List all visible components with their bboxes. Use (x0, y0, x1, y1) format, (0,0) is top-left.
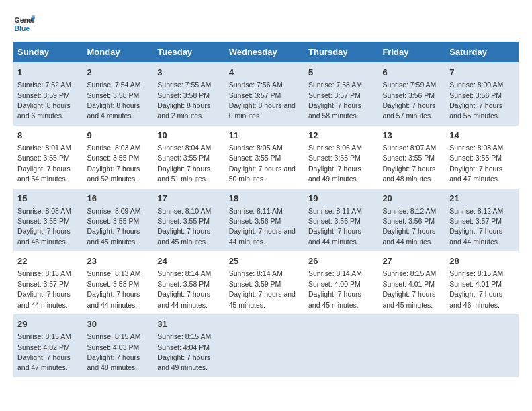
sunset-info: Sunset: 3:56 PM (229, 217, 281, 225)
sunset-info: Sunset: 3:57 PM (308, 91, 361, 99)
calendar-cell: 27 Sunrise: 8:15 AM Sunset: 4:01 PM Dayl… (378, 251, 445, 314)
sunset-info: Sunset: 3:55 PM (87, 217, 140, 225)
day-number: 11 (229, 130, 300, 142)
calendar-cell: 12 Sunrise: 8:06 AM Sunset: 3:55 PM Dayl… (304, 126, 378, 189)
calendar-cell: 13 Sunrise: 8:07 AM Sunset: 3:55 PM Dayl… (378, 126, 445, 189)
sunrise-info: Sunrise: 8:00 AM (449, 81, 503, 89)
sunrise-info: Sunrise: 8:04 AM (157, 144, 211, 152)
calendar-cell: 20 Sunrise: 8:12 AM Sunset: 3:56 PM Dayl… (378, 189, 445, 252)
sunrise-info: Sunrise: 8:15 AM (157, 332, 211, 340)
daylight-info: Daylight: 7 hours and 49 minutes. (157, 353, 210, 371)
sunrise-info: Sunrise: 8:15 AM (382, 269, 436, 277)
calendar-cell (445, 314, 519, 377)
calendar-cell: 15 Sunrise: 8:08 AM Sunset: 3:55 PM Dayl… (13, 189, 83, 252)
day-number: 3 (157, 66, 220, 79)
logo-icon: General Blue (13, 13, 35, 35)
day-number: 1 (17, 66, 79, 79)
sunrise-info: Sunrise: 8:14 AM (229, 269, 283, 277)
sunset-info: Sunset: 4:01 PM (382, 280, 435, 288)
page-header: General Blue (13, 13, 519, 35)
day-number: 15 (17, 193, 79, 205)
calendar-cell: 22 Sunrise: 8:13 AM Sunset: 3:57 PM Dayl… (13, 251, 83, 314)
sunset-info: Sunset: 4:02 PM (17, 343, 70, 351)
sunrise-info: Sunrise: 8:15 AM (17, 332, 71, 340)
sunset-info: Sunset: 3:55 PM (17, 154, 70, 162)
daylight-info: Daylight: 7 hours and 51 minutes. (157, 165, 210, 183)
day-number: 31 (157, 318, 220, 330)
calendar-cell: 25 Sunrise: 8:14 AM Sunset: 3:59 PM Dayl… (225, 251, 304, 314)
calendar-cell: 5 Sunrise: 7:58 AM Sunset: 3:57 PM Dayli… (304, 62, 378, 126)
day-number: 25 (229, 255, 300, 267)
sunset-info: Sunset: 3:55 PM (382, 154, 435, 162)
sunset-info: Sunset: 4:00 PM (308, 280, 361, 288)
day-number: 24 (157, 255, 220, 267)
calendar-week-row: 22 Sunrise: 8:13 AM Sunset: 3:57 PM Dayl… (13, 251, 519, 314)
sunset-info: Sunset: 3:56 PM (449, 91, 502, 99)
sunset-info: Sunset: 4:03 PM (87, 343, 140, 351)
sunset-info: Sunset: 3:58 PM (157, 91, 210, 99)
day-number: 5 (308, 66, 374, 79)
sunrise-info: Sunrise: 8:10 AM (157, 207, 211, 215)
calendar-cell: 8 Sunrise: 8:01 AM Sunset: 3:55 PM Dayli… (13, 126, 83, 189)
calendar-cell: 7 Sunrise: 8:00 AM Sunset: 3:56 PM Dayli… (445, 62, 519, 126)
day-number: 26 (308, 255, 374, 267)
sunrise-info: Sunrise: 8:03 AM (87, 144, 141, 152)
sunset-info: Sunset: 3:55 PM (157, 217, 210, 225)
sunrise-info: Sunrise: 7:52 AM (17, 81, 71, 89)
day-number: 7 (449, 66, 515, 79)
sunrise-info: Sunrise: 7:59 AM (382, 81, 436, 89)
calendar-cell: 6 Sunrise: 7:59 AM Sunset: 3:56 PM Dayli… (378, 62, 445, 126)
day-number: 17 (157, 193, 220, 205)
sunset-info: Sunset: 3:57 PM (229, 91, 281, 99)
day-number: 21 (449, 193, 515, 205)
day-number: 20 (382, 193, 441, 205)
sunset-info: Sunset: 4:04 PM (157, 343, 210, 351)
sunrise-info: Sunrise: 8:06 AM (308, 144, 362, 152)
sunset-info: Sunset: 3:59 PM (17, 91, 70, 99)
daylight-info: Daylight: 7 hours and 44 minutes. (308, 227, 361, 245)
weekday-header-sunday: Sunday (13, 42, 83, 62)
day-number: 16 (87, 193, 150, 205)
day-number: 27 (382, 255, 441, 267)
weekday-header-tuesday: Tuesday (153, 42, 224, 62)
svg-text:Blue: Blue (15, 25, 30, 32)
sunset-info: Sunset: 3:55 PM (229, 154, 281, 162)
daylight-info: Daylight: 7 hours and 52 minutes. (87, 165, 140, 183)
daylight-info: Daylight: 7 hours and 48 minutes. (382, 165, 435, 183)
calendar-cell: 3 Sunrise: 7:55 AM Sunset: 3:58 PM Dayli… (153, 62, 224, 126)
calendar-cell: 17 Sunrise: 8:10 AM Sunset: 3:55 PM Dayl… (153, 189, 224, 252)
day-number: 2 (87, 66, 150, 79)
sunset-info: Sunset: 4:01 PM (449, 280, 502, 288)
daylight-info: Daylight: 7 hours and 55 minutes. (449, 101, 502, 120)
calendar-cell: 9 Sunrise: 8:03 AM Sunset: 3:55 PM Dayli… (83, 126, 154, 189)
sunrise-info: Sunrise: 8:05 AM (229, 144, 283, 152)
calendar-cell: 26 Sunrise: 8:14 AM Sunset: 4:00 PM Dayl… (304, 251, 378, 314)
day-number: 28 (449, 255, 515, 267)
daylight-info: Daylight: 7 hours and 44 minutes. (157, 290, 210, 308)
calendar-table: SundayMondayTuesdayWednesdayThursdayFrid… (13, 42, 519, 377)
sunrise-info: Sunrise: 7:55 AM (157, 81, 211, 89)
logo: General Blue (13, 13, 35, 35)
daylight-info: Daylight: 7 hours and 47 minutes. (17, 353, 71, 371)
calendar-cell: 31 Sunrise: 8:15 AM Sunset: 4:04 PM Dayl… (153, 314, 224, 377)
day-number: 18 (229, 193, 300, 205)
sunrise-info: Sunrise: 8:13 AM (87, 269, 141, 277)
daylight-info: Daylight: 7 hours and 48 minutes. (87, 353, 140, 371)
sunset-info: Sunset: 3:55 PM (449, 154, 502, 162)
sunset-info: Sunset: 3:56 PM (382, 91, 435, 99)
day-number: 22 (17, 255, 79, 267)
daylight-info: Daylight: 7 hours and 49 minutes. (308, 165, 361, 183)
calendar-cell (225, 314, 304, 377)
day-number: 6 (382, 66, 441, 79)
sunrise-info: Sunrise: 8:11 AM (229, 207, 283, 215)
daylight-info: Daylight: 7 hours and 46 minutes. (449, 290, 502, 308)
day-number: 8 (17, 130, 79, 142)
calendar-week-row: 1 Sunrise: 7:52 AM Sunset: 3:59 PM Dayli… (13, 62, 519, 126)
sunrise-info: Sunrise: 8:15 AM (87, 332, 141, 340)
day-number: 29 (17, 318, 79, 330)
sunrise-info: Sunrise: 8:13 AM (17, 269, 71, 277)
calendar-cell: 10 Sunrise: 8:04 AM Sunset: 3:55 PM Dayl… (153, 126, 224, 189)
weekday-header-thursday: Thursday (304, 42, 378, 62)
sunset-info: Sunset: 3:58 PM (87, 91, 140, 99)
calendar-cell: 23 Sunrise: 8:13 AM Sunset: 3:58 PM Dayl… (83, 251, 154, 314)
